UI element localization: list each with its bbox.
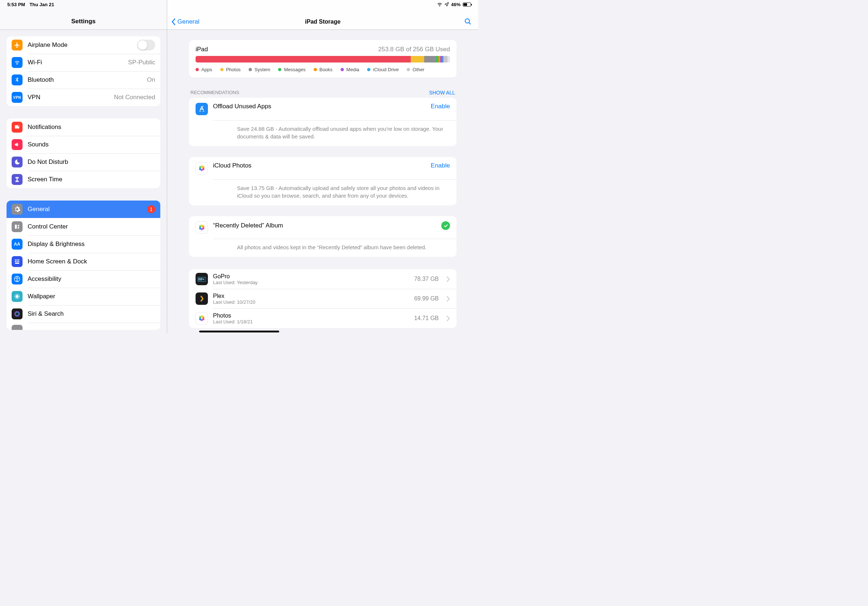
display-brightness-row[interactable]: AA Display & Brightness: [6, 235, 160, 253]
legend-other: Other: [407, 67, 425, 72]
app-row-gopro[interactable]: GoPro GoPro Last Used: Yesterday 78.37 G…: [189, 269, 457, 289]
sounds-icon: [12, 139, 23, 150]
rec-offload-title: Offload Unused Apps: [213, 103, 271, 110]
vpn-value: Not Connected: [114, 94, 155, 101]
location-icon: [445, 2, 449, 6]
airplane-mode-toggle[interactable]: [137, 40, 155, 51]
wifi-settings-icon: [12, 57, 23, 68]
status-date: Thu Jan 21: [29, 2, 54, 7]
screentime-label: Screen Time: [28, 176, 155, 183]
sidebar-group-connectivity: Airplane Mode Wi-Fi SP-Public Bluetooth …: [6, 36, 160, 106]
wallpaper-icon: [12, 291, 23, 302]
photos-app-icon: [195, 312, 208, 325]
battery-icon: [463, 3, 471, 6]
legend-photos: Photos: [220, 67, 240, 72]
svg-rect-7: [18, 260, 19, 260]
wallpaper-label: Wallpaper: [28, 293, 155, 300]
display-brightness-label: Display & Brightness: [28, 241, 155, 248]
search-button[interactable]: [464, 17, 472, 25]
app-gopro-size: 78.37 GB: [414, 276, 439, 282]
svg-text:GoPro: GoPro: [198, 278, 204, 280]
svg-rect-9: [17, 261, 18, 262]
seg-photos: [411, 56, 424, 62]
control-center-row[interactable]: Control Center: [6, 218, 160, 235]
show-all-button[interactable]: SHOW ALL: [429, 90, 455, 96]
vpn-label: VPN: [28, 94, 109, 101]
sounds-label: Sounds: [28, 141, 155, 148]
accessibility-row[interactable]: Accessibility: [6, 270, 160, 288]
control-center-label: Control Center: [28, 223, 155, 230]
wifi-row[interactable]: Wi-Fi SP-Public: [6, 54, 160, 71]
vpn-row[interactable]: VPN VPN Not Connected: [6, 89, 160, 106]
photos-icon: [195, 221, 208, 233]
app-plex-sub: Last Used: 10/27/20: [213, 299, 409, 305]
rec-recently-deleted-card[interactable]: “Recently Deleted” Album All photos and …: [189, 216, 457, 257]
app-plex-size: 69.99 GB: [414, 295, 439, 302]
rec-recently-deleted-desc: All photos and videos kept in the “Recen…: [213, 239, 457, 257]
rec-icloud-photos-enable[interactable]: Enable: [431, 162, 450, 169]
screentime-row[interactable]: Screen Time: [6, 171, 160, 188]
vpn-icon: VPN: [12, 92, 23, 103]
rec-offload-card[interactable]: Offload Unused Apps Enable Save 24.88 GB…: [189, 98, 457, 146]
photos-icon: [195, 162, 208, 175]
dnd-label: Do Not Disturb: [28, 158, 155, 166]
app-photos-sub: Last Used: 1/18/21: [213, 319, 409, 325]
bluetooth-value: On: [147, 76, 155, 83]
chevron-right-icon: [447, 316, 450, 321]
storage-used: 253.8 GB of 256 GB Used: [378, 46, 450, 53]
rec-icloud-photos-desc: Save 13.75 GB - Automatically upload and…: [213, 179, 457, 205]
bluetooth-row[interactable]: Bluetooth On: [6, 71, 160, 89]
app-row-photos[interactable]: Photos Last Used: 1/18/21 14.71 GB: [189, 308, 457, 328]
plex-icon: [195, 292, 208, 305]
chevron-right-icon: [447, 296, 450, 301]
seg-apps: [195, 56, 411, 62]
gopro-icon: GoPro: [195, 273, 208, 285]
legend-media: Media: [341, 67, 359, 72]
sounds-row[interactable]: Sounds: [6, 136, 160, 153]
svg-point-4: [18, 227, 20, 229]
dnd-row[interactable]: Do Not Disturb: [6, 153, 160, 171]
svg-point-30: [199, 226, 202, 228]
control-center-icon: [12, 221, 23, 232]
rec-icloud-photos-card[interactable]: iCloud Photos Enable Save 13.75 GB - Aut…: [189, 157, 457, 205]
bluetooth-label: Bluetooth: [28, 76, 142, 83]
rec-icloud-photos-title: iCloud Photos: [213, 162, 251, 169]
general-row[interactable]: General 1: [6, 201, 160, 218]
seg-other: [443, 56, 448, 62]
recommendations-header: Recommendations SHOW ALL: [189, 90, 457, 98]
rec-offload-enable[interactable]: Enable: [431, 103, 450, 110]
accessibility-label: Accessibility: [28, 275, 155, 283]
status-time: 5:53 PM: [7, 2, 25, 7]
app-photos-size: 14.71 GB: [414, 315, 439, 322]
home-indicator: [199, 331, 279, 332]
home-screen-dock-row[interactable]: Home Screen & Dock: [6, 253, 160, 270]
siri-search-row[interactable]: Siri & Search: [6, 305, 160, 323]
siri-search-label: Siri & Search: [28, 310, 155, 317]
chevron-right-icon: [447, 277, 450, 282]
rec-recently-deleted-title: “Recently Deleted” Album: [213, 222, 283, 229]
rec-offload-desc: Save 24.88 GB - Automatically offload un…: [213, 120, 457, 146]
svg-point-17: [16, 312, 19, 315]
svg-rect-11: [15, 263, 19, 264]
app-row-plex[interactable]: Plex Last Used: 10/27/20 69.99 GB: [189, 289, 457, 308]
app-photos-name: Photos: [213, 312, 409, 319]
legend-icloud: iCloud Drive: [367, 67, 399, 72]
storage-bar: [195, 56, 450, 62]
airplane-mode-row[interactable]: Airplane Mode: [6, 36, 160, 54]
general-badge: 1: [147, 205, 155, 213]
svg-rect-10: [18, 261, 19, 262]
next-partial-row[interactable]: [6, 323, 160, 330]
legend-books: Books: [314, 67, 333, 72]
sidebar-title: Settings: [71, 18, 96, 25]
home-screen-dock-label: Home Screen & Dock: [28, 258, 155, 265]
app-plex-name: Plex: [213, 293, 409, 299]
siri-icon: [12, 308, 23, 319]
app-list-card: GoPro GoPro Last Used: Yesterday 78.37 G…: [189, 269, 457, 328]
back-button[interactable]: General: [171, 18, 199, 25]
notifications-row[interactable]: Notifications: [6, 118, 160, 136]
wallpaper-row[interactable]: Wallpaper: [6, 288, 160, 305]
general-icon: [12, 204, 23, 215]
airplane-mode-label: Airplane Mode: [28, 42, 132, 49]
notifications-icon: [12, 122, 23, 133]
seg-free: [448, 56, 450, 62]
